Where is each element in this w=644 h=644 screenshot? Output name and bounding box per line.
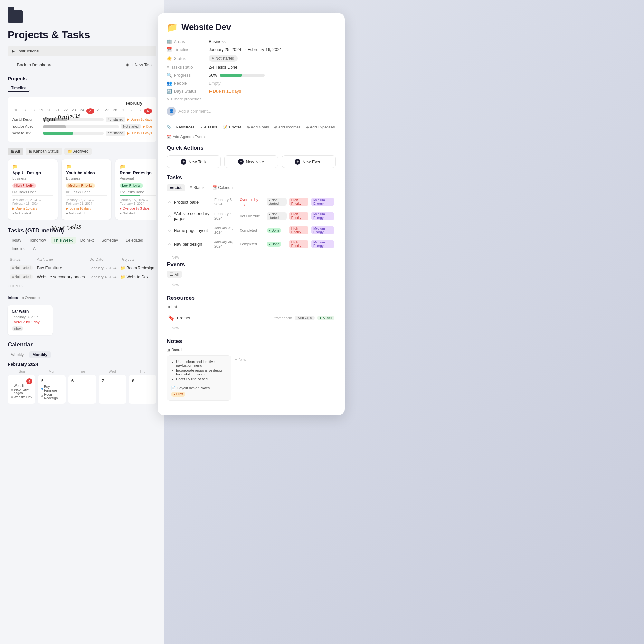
instructions-bar[interactable]: ▶ Instructions: [8, 46, 156, 56]
col-status: Status: [8, 256, 35, 263]
tasks-tab-list[interactable]: ☰ List: [167, 184, 185, 191]
cal-day-tue: 6: [68, 375, 96, 404]
cal-day-sun: 4 Website secondary pages Website Dev: [8, 375, 35, 404]
table-row[interactable]: ● Not started Website secondary pages Fe…: [8, 272, 156, 281]
plus-icon: +: [181, 159, 186, 165]
add-event-row[interactable]: + New: [167, 281, 336, 289]
table-row[interactable]: ○ Nav bar design January 30, 2024 Comple…: [167, 237, 336, 251]
resource-tab-notes[interactable]: 📝 1 Notes: [223, 125, 242, 129]
add-task-row[interactable]: + New: [167, 253, 336, 261]
resources-heading: Resources: [167, 295, 336, 301]
note-icon: 📄: [171, 386, 175, 390]
gtd-tab-tomorrow[interactable]: Tomorrow: [26, 237, 49, 244]
filter-archived[interactable]: 📁 Archived: [64, 148, 91, 155]
timeline-row-youtube: Youtube Video Not started ▶ Due: [12, 124, 152, 129]
add-note-button[interactable]: + New: [235, 355, 246, 364]
note-list: Use a clean and intuitive navigation men…: [171, 360, 227, 381]
left-panel: Projects & Tasks ▶ Instructions ← Back t…: [0, 0, 164, 644]
note-card[interactable]: Use a clean and intuitive navigation men…: [167, 355, 231, 401]
card-icon: 📁: [66, 164, 107, 169]
card-area: Business: [66, 176, 107, 180]
tab-monthly[interactable]: Monthly: [29, 351, 51, 358]
card-title: Room Redesign: [120, 170, 156, 175]
tab-timeline[interactable]: Timeline: [8, 84, 30, 92]
resource-tab-tasks[interactable]: ☑ 4 Tasks: [200, 125, 217, 129]
inbox-card[interactable]: Car wash February 3, 2024 Overdue by 1 d…: [8, 305, 53, 335]
gtd-section: Tasks (GTD method) Today Tomorrow This W…: [8, 227, 156, 288]
draft-badge: ● Draft: [171, 392, 185, 397]
tasks-tab-status[interactable]: ⊞ Status: [186, 184, 208, 191]
filter-all[interactable]: ⊞ All: [8, 148, 23, 155]
properties-list: 🏢 Areas Business 📅 Timeline January 25, …: [167, 39, 336, 94]
table-row[interactable]: ○ Website secondary pages February 4, 20…: [167, 209, 336, 223]
timeline-row-app: App UI Design Not started ▶ Due in 10 da…: [12, 117, 152, 122]
list-icon: ⊞: [167, 305, 170, 309]
qa-new-note-button[interactable]: + New Note: [224, 155, 278, 168]
resource-tab-incomes[interactable]: ⊕ Add Incomes: [274, 125, 301, 129]
resource-tabs: 📎 1 Resources ☑ 4 Tasks 📝 1 Notes ⊕ Add …: [167, 121, 336, 139]
gtd-tab-all[interactable]: All: [30, 245, 41, 252]
plus-icon: +: [295, 159, 300, 165]
cal-day-mon: 5 Buy Furniture Room Redesign: [38, 375, 66, 404]
inbox-tab-overdue[interactable]: ⊞ Overdue: [21, 296, 40, 301]
areas-icon: 🏢: [167, 39, 172, 44]
resource-list-tab[interactable]: ⊞ List: [167, 305, 336, 309]
notes-board-tab[interactable]: ⊞ Board: [167, 348, 336, 352]
search-icon: 🔍: [167, 73, 172, 78]
notes-heading: Notes: [167, 338, 336, 345]
tasks-tab-calendar[interactable]: 📅 Calendar: [209, 184, 237, 191]
notes-section: Notes ⊞ Board Use a clean and intuitive …: [167, 338, 336, 401]
project-card-appui[interactable]: 📁 App UI Design Business High Priority 0…: [8, 159, 58, 220]
tab-weekly[interactable]: Weekly: [8, 351, 27, 358]
card-due: ▶ Due in 16 days: [66, 207, 107, 210]
card-title: Youtube Video: [66, 170, 107, 175]
gtd-tab-thisweek[interactable]: This Week: [51, 237, 76, 244]
gtd-tab-timeline[interactable]: Timeline: [8, 245, 29, 252]
detail-folder-icon: 📁: [167, 22, 178, 33]
inbox-card-date: February 3, 2024: [12, 315, 49, 319]
table-row[interactable]: ● Not started Buy Furniture February 5, …: [8, 263, 156, 272]
card-dates: January 15, 2024 → February 1, 2024: [120, 198, 156, 205]
tasks-heading: Tasks: [167, 175, 336, 181]
note-footer: 📄 Layout design Notes: [171, 384, 227, 390]
back-dashboard-button[interactable]: ← Back to Dashboard: [8, 61, 56, 69]
add-resource-row[interactable]: + New: [167, 324, 336, 332]
events-filter: ☰ All: [167, 271, 336, 278]
new-task-button[interactable]: ⊕ + New Task: [122, 61, 156, 69]
project-cards: 📁 App UI Design Business High Priority 0…: [8, 159, 156, 220]
gtd-tab-delegated[interactable]: Delegated: [122, 237, 147, 244]
quick-actions-row: + New Task + New Note + New Event: [167, 155, 336, 168]
priority-badge: Medium Priority: [66, 183, 95, 188]
inbox-tab-inbox[interactable]: Inbox: [8, 296, 18, 301]
resource-tab-goals[interactable]: ⊕ Add Goals: [247, 125, 269, 129]
qa-new-task-button[interactable]: + New Task: [167, 155, 221, 168]
gtd-tab-donext[interactable]: Do next: [77, 237, 97, 244]
comment-row: 👤 Add a comment...: [167, 107, 336, 116]
more-props[interactable]: ∨ 6 more properties: [167, 97, 336, 101]
col-dodate: Do Date: [88, 256, 119, 263]
qa-new-event-button[interactable]: + New Event: [282, 155, 336, 168]
gtd-tabs: Today Tomorrow This Week Do next Someday…: [8, 237, 156, 252]
detail-title: Website Dev: [181, 22, 231, 32]
resource-tab-agenda[interactable]: 📅 Add Agenda Events: [167, 135, 206, 139]
project-card-room[interactable]: 📁 Room Redesign Personal Low Priority 1/…: [115, 159, 156, 220]
gtd-tab-today[interactable]: Today: [8, 237, 24, 244]
resource-item-framer[interactable]: 🔖 Framer framer.com Web Clips ● Saved: [167, 312, 336, 324]
cal-day-wed: 7: [99, 375, 126, 404]
events-section: Events ☰ All + New: [167, 261, 336, 289]
card-icon: 📁: [120, 164, 156, 169]
col-name: Aa Name: [35, 256, 88, 263]
table-row[interactable]: ○ Product page February 3, 2024 Overdue …: [167, 195, 336, 209]
resource-tab-resources[interactable]: 📎 1 Resources: [167, 125, 194, 129]
timeline-area: February 1617 1819 2021 2223 24 25 2627 …: [8, 97, 156, 142]
gtd-tab-someday[interactable]: Someday: [98, 237, 121, 244]
project-card-youtube[interactable]: 📁 Youtube Video Business Medium Priority…: [62, 159, 111, 220]
card-status: ● Not started: [120, 212, 156, 215]
events-filter-all[interactable]: ☰ All: [167, 271, 182, 278]
comment-input[interactable]: Add a comment...: [178, 109, 336, 114]
resource-tab-expenses[interactable]: ⊕ Add Expenses: [306, 125, 335, 129]
calendar-icon: 📅: [167, 47, 172, 52]
filter-kanban[interactable]: ⊞ Kanban Status: [26, 148, 62, 155]
table-row[interactable]: ○ Home page layout January 31, 2024 Comp…: [167, 223, 336, 237]
plus-icon: +: [235, 357, 237, 362]
